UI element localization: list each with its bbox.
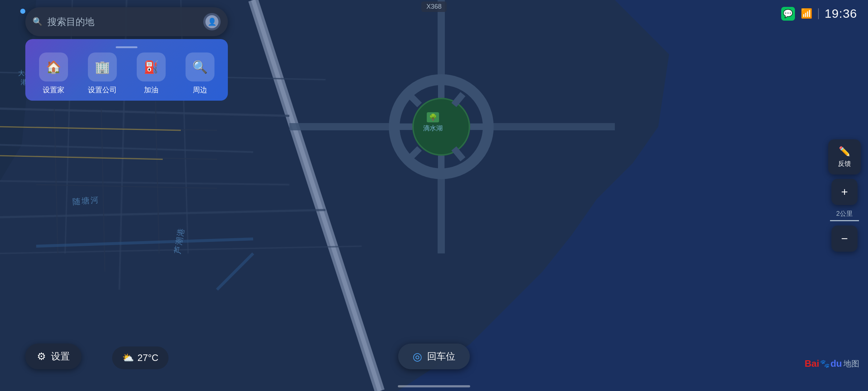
svg-line-12 (36, 185, 217, 188)
company-icon: 🏢 (95, 60, 110, 74)
home-icon: 🏠 (46, 60, 61, 74)
right-controls: ✏️ 反馈 + 2公里 − (828, 139, 861, 252)
top-dot (20, 9, 25, 14)
weather-temperature: 27°C (137, 352, 158, 363)
set-company-icon-wrap: 🏢 (88, 52, 117, 81)
baidu-red-text: Bai (805, 358, 819, 369)
quick-action-nearby[interactable]: 🔍 周边 (178, 52, 222, 95)
status-time: 19:36 (825, 7, 857, 21)
feedback-icon: ✏️ (839, 146, 850, 157)
baidu-blue-text: du (830, 358, 842, 369)
x368-label: X368 (421, 1, 447, 12)
set-company-label: 设置公司 (88, 85, 117, 95)
svg-line-11 (36, 156, 217, 159)
svg-line-1 (0, 109, 289, 116)
user-avatar[interactable]: 👤 (203, 13, 221, 30)
quick-actions-panel: 🏠 设置家 🏢 设置公司 ⛽ 加油 🔍 (25, 39, 228, 101)
settings-icon: ⚙ (37, 350, 46, 362)
scale-label: 2公里 (836, 209, 853, 218)
svg-line-14 (101, 109, 105, 272)
scale-bar: 2公里 (830, 209, 859, 221)
drag-handle (116, 46, 137, 48)
return-car-label: 回车位 (427, 350, 455, 363)
set-home-icon-wrap: 🏠 (39, 52, 68, 81)
baidu-paw-icon: 🐾 (820, 359, 830, 369)
svg-line-25 (409, 94, 420, 105)
zoom-plus-icon: + (841, 185, 848, 199)
avatar-person-icon: 👤 (208, 17, 217, 26)
home-bar (398, 385, 470, 387)
zoom-minus-icon: − (841, 232, 848, 245)
svg-line-17 (0, 156, 163, 159)
svg-line-13 (54, 109, 58, 253)
svg-line-27 (409, 148, 420, 159)
svg-line-10 (36, 127, 217, 130)
svg-point-19 (412, 98, 470, 156)
weather-widget: ⛅ 27°C (112, 346, 169, 369)
feedback-button[interactable]: ✏️ 反馈 (828, 139, 861, 175)
feedback-label: 反馈 (838, 159, 851, 168)
svg-point-20 (413, 98, 469, 155)
svg-line-28 (454, 148, 463, 159)
weather-icon: ⛅ (122, 352, 134, 363)
svg-line-26 (454, 94, 463, 105)
target-icon: ◎ (413, 350, 422, 363)
quick-action-set-company[interactable]: 🏢 设置公司 (80, 52, 124, 95)
search-icon: 🔍 (33, 17, 42, 26)
gas-station-label: 加油 (144, 85, 158, 95)
svg-line-15 (156, 101, 159, 253)
search-panel: 🔍 搜索目的地 👤 🏠 设置家 🏢 设置公司 (25, 7, 228, 101)
zoom-out-button[interactable]: − (831, 226, 858, 252)
nearby-icon-wrap: 🔍 (186, 52, 214, 81)
quick-action-set-home[interactable]: 🏠 设置家 (31, 52, 76, 95)
status-divider (818, 8, 819, 19)
settings-label: 设置 (51, 350, 70, 363)
lake-tree-icon: 🌳 (427, 112, 439, 122)
svg-line-16 (0, 127, 181, 130)
search-placeholder: 搜索目的地 (47, 16, 198, 28)
suishuhe-label: 随塘河 (72, 194, 100, 207)
quick-actions-grid: 🏠 设置家 🏢 设置公司 ⛽ 加油 🔍 (31, 52, 222, 95)
svg-point-18 (394, 80, 488, 174)
set-home-label: 设置家 (43, 85, 64, 95)
baidu-logo: Bai 🐾 du 地图 (805, 358, 859, 369)
wifi-icon: 📶 (801, 8, 812, 19)
status-bar: 💬 📶 19:36 (770, 0, 868, 27)
lake-name-label: 滴水湖 (423, 124, 443, 133)
zoom-in-button[interactable]: + (831, 179, 858, 205)
svg-line-5 (0, 210, 326, 217)
gas-station-icon-wrap: ⛽ (137, 52, 166, 81)
settings-button[interactable]: ⚙ 设置 (25, 344, 81, 369)
svg-line-6 (0, 246, 362, 253)
gas-icon: ⛽ (144, 60, 159, 74)
quick-action-gas-station[interactable]: ⛽ 加油 (129, 52, 173, 95)
scale-line (830, 220, 859, 221)
wechat-icon: 💬 (781, 7, 795, 21)
baidu-map-text: 地图 (843, 358, 859, 369)
return-car-button[interactable]: ◎ 回车位 (398, 344, 470, 369)
nearby-label: 周边 (193, 85, 207, 95)
svg-line-3 (0, 181, 289, 185)
nearby-icon: 🔍 (192, 60, 208, 74)
svg-line-2 (0, 145, 253, 152)
luichaogang-label: 芦潮港 (172, 227, 187, 255)
search-bar[interactable]: 🔍 搜索目的地 👤 (25, 7, 228, 36)
